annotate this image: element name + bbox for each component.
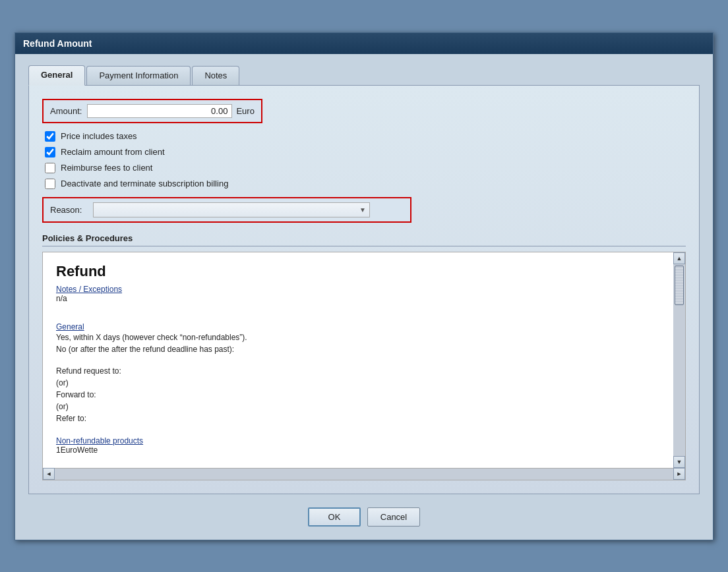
scroll-track-x	[55, 469, 673, 480]
amount-row: Amount: Euro	[42, 99, 262, 123]
notes-exceptions-link: Notes / Exceptions	[56, 285, 122, 294]
checkbox-price-taxes: Price includes taxes	[42, 131, 686, 142]
na-text: n/a	[56, 294, 660, 303]
scroll-up-arrow[interactable]: ▲	[673, 252, 685, 264]
general-line2: No (or after the after the refund deadli…	[56, 345, 660, 354]
policies-title: Policies & Procedures	[42, 233, 686, 246]
dialog-body: General Payment Information Notes Amount…	[15, 54, 713, 540]
scroll-right-arrow[interactable]: ►	[673, 468, 685, 480]
reason-select-wrapper	[93, 202, 370, 217]
policies-heading: Refund	[56, 263, 660, 280]
button-row: OK Cancel	[28, 507, 700, 527]
non-refundable-label: Non-refundable products	[56, 436, 143, 445]
amount-currency: Euro	[236, 106, 254, 116]
refund-amount-dialog: Refund Amount General Payment Informatio…	[15, 32, 713, 540]
reimburse-fees-checkbox[interactable]	[45, 163, 55, 173]
dialog-title: Refund Amount	[23, 38, 92, 49]
refer-to: Refer to:	[56, 414, 660, 423]
tab-bar: General Payment Information Notes	[28, 65, 700, 85]
scroll-thumb-y[interactable]	[675, 266, 684, 305]
price-taxes-label[interactable]: Price includes taxes	[61, 131, 137, 141]
tab-panel: Amount: Euro Price includes taxes Reclai…	[28, 85, 700, 494]
tab-notes[interactable]: Notes	[192, 66, 239, 86]
reason-row: Reason:	[42, 197, 411, 223]
ok-button[interactable]: OK	[308, 507, 361, 527]
scroll-track-y	[673, 264, 685, 456]
reimburse-fees-label[interactable]: Reimburse fees to client	[61, 163, 152, 173]
tab-general[interactable]: General	[28, 65, 85, 86]
reason-label: Reason:	[50, 205, 86, 215]
price-taxes-checkbox[interactable]	[45, 131, 55, 142]
non-refundable-value: 1EuroWette	[56, 445, 660, 455]
checkbox-reimburse-fees: Reimburse fees to client	[42, 163, 686, 173]
refund-request: Refund request to:	[56, 366, 660, 376]
tab-payment-information[interactable]: Payment Information	[86, 66, 191, 86]
forward-to: Forward to:	[56, 390, 660, 399]
or2: (or)	[56, 402, 660, 411]
scrollbar-y: ▲ ▼	[673, 252, 685, 468]
reason-select[interactable]	[93, 202, 370, 217]
checkbox-reclaim-amount: Reclaim amount from client	[42, 147, 686, 157]
dialog-titlebar: Refund Amount	[15, 33, 713, 54]
deactivate-sub-label[interactable]: Deactivate and terminate subscription bi…	[61, 179, 228, 188]
scroll-down-arrow[interactable]: ▼	[673, 456, 685, 468]
cancel-button[interactable]: Cancel	[367, 507, 420, 527]
scrollbar-x: ◄ ►	[43, 468, 685, 480]
policies-content: Refund Notes / Exceptions n/a General Ye…	[43, 252, 673, 468]
scroll-left-arrow[interactable]: ◄	[43, 468, 55, 480]
reclaim-amount-checkbox[interactable]	[45, 147, 55, 157]
checkbox-deactivate-sub: Deactivate and terminate subscription bi…	[42, 179, 686, 189]
policies-container: Refund Notes / Exceptions n/a General Ye…	[42, 252, 686, 480]
policies-inner: Refund Notes / Exceptions n/a General Ye…	[43, 252, 685, 468]
amount-input[interactable]	[87, 104, 232, 118]
or1: (or)	[56, 378, 660, 387]
policies-section: Policies & Procedures Refund Notes / Exc…	[42, 233, 686, 480]
general-line1: Yes, within X days (however check “non-r…	[56, 333, 660, 342]
reclaim-amount-label[interactable]: Reclaim amount from client	[61, 147, 165, 157]
deactivate-sub-checkbox[interactable]	[45, 179, 55, 189]
general-label: General	[56, 322, 660, 331]
amount-label: Amount:	[50, 106, 82, 116]
